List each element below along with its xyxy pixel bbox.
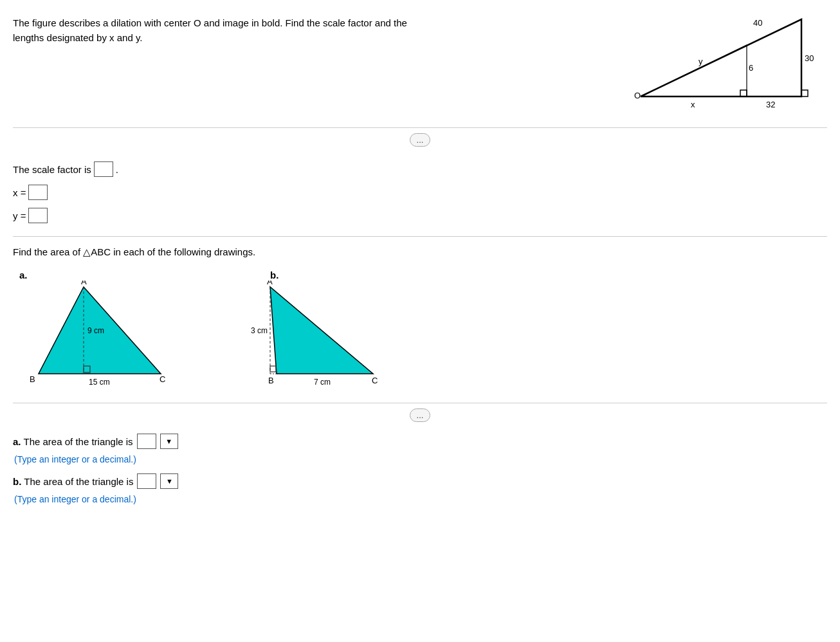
- svg-text:y: y: [698, 57, 703, 66]
- area-b-input[interactable]: [137, 473, 156, 489]
- svg-text:C: C: [160, 374, 165, 384]
- svg-text:A: A: [81, 280, 87, 286]
- svg-text:6: 6: [749, 63, 753, 73]
- scale-factor-label: The scale factor is: [13, 164, 91, 175]
- svg-text:A: A: [267, 280, 273, 286]
- area-a-row: a. The area of the triangle is ▼: [13, 434, 827, 449]
- svg-text:3 cm: 3 cm: [251, 326, 268, 335]
- area-b-text: The area of the triangle is: [24, 476, 133, 487]
- area-b-hint: (Type an integer or a decimal.): [14, 494, 827, 504]
- area-answers-section: a. The area of the triangle is ▼ (Type a…: [13, 427, 827, 504]
- area-a-bold-label: a.: [13, 436, 21, 447]
- y-label: y =: [13, 210, 26, 221]
- scale-factor-input[interactable]: [94, 161, 113, 177]
- svg-marker-19: [270, 287, 373, 374]
- triangle-a-diagram: A B C 9 cm 15 cm: [19, 280, 180, 390]
- area-a-text: The area of the triangle is: [24, 436, 133, 447]
- find-area-instruction: Find the area of △ABC in each of the fol…: [13, 246, 827, 258]
- y-input[interactable]: [28, 208, 48, 223]
- triangle-b-label: b.: [270, 270, 278, 280]
- triangle-b-diagram: A B C 3 cm 7 cm: [232, 280, 386, 390]
- top-divider: [13, 127, 827, 128]
- y-row: y =: [13, 208, 827, 223]
- area-b-dropdown[interactable]: ▼: [160, 473, 178, 489]
- expand-section-2[interactable]: ...: [13, 408, 827, 422]
- area-a-hint: (Type an integer or a decimal.): [14, 454, 827, 464]
- svg-text:30: 30: [805, 53, 814, 63]
- svg-rect-3: [740, 90, 747, 96]
- area-b-row: b. The area of the triangle is ▼: [13, 473, 827, 489]
- svg-rect-21: [270, 366, 276, 372]
- svg-text:B: B: [268, 376, 274, 385]
- area-b-bold-label: b.: [13, 476, 21, 487]
- svg-text:B: B: [30, 374, 35, 384]
- area-a-input[interactable]: [137, 434, 156, 449]
- x-label: x =: [13, 187, 26, 198]
- svg-rect-2: [801, 90, 808, 96]
- expand-section-1[interactable]: ...: [13, 133, 827, 147]
- area-a-dropdown[interactable]: ▼: [160, 434, 178, 449]
- svg-marker-1: [641, 45, 747, 96]
- scale-factor-suffix: .: [116, 164, 118, 175]
- triangle-a-container: a. A B C 9 cm 15 cm: [19, 270, 180, 390]
- scale-factor-row: The scale factor is .: [13, 161, 827, 177]
- svg-text:x: x: [691, 100, 695, 109]
- svg-text:C: C: [372, 376, 378, 385]
- expand-button-1[interactable]: ...: [410, 133, 431, 147]
- svg-text:40: 40: [753, 18, 762, 28]
- svg-text:32: 32: [766, 100, 775, 109]
- svg-text:O: O: [634, 91, 641, 100]
- triangle-b-container: b. A B C 3 cm 7 cm: [232, 270, 386, 390]
- dilation-diagram: O 40 30 6 y x 32: [621, 13, 827, 116]
- answers-section: The scale factor is . x = y =: [13, 152, 827, 223]
- middle-divider: [13, 236, 827, 237]
- svg-text:7 cm: 7 cm: [314, 378, 331, 387]
- x-input[interactable]: [28, 185, 48, 200]
- expand-button-2[interactable]: ...: [410, 408, 431, 422]
- triangle-section: a. A B C 9 cm 15 cm b.: [19, 270, 827, 390]
- x-row: x =: [13, 185, 827, 200]
- svg-text:9 cm: 9 cm: [87, 326, 104, 335]
- bottom-divider-1: [13, 403, 827, 403]
- problem-description: The figure describes a dilation with cen…: [13, 13, 425, 45]
- triangle-a-label: a.: [19, 270, 28, 280]
- svg-text:15 cm: 15 cm: [89, 378, 110, 387]
